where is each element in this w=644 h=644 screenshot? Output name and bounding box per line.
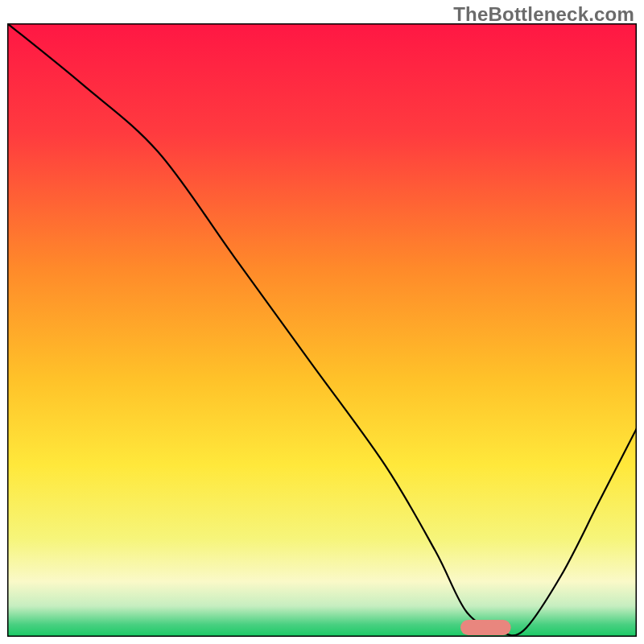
chart-frame [7, 23, 637, 637]
plot-background [7, 23, 637, 637]
optimal-point-marker [460, 620, 511, 635]
bottleneck-chart [7, 23, 637, 637]
watermark-text: TheBottleneck.com [453, 3, 634, 26]
